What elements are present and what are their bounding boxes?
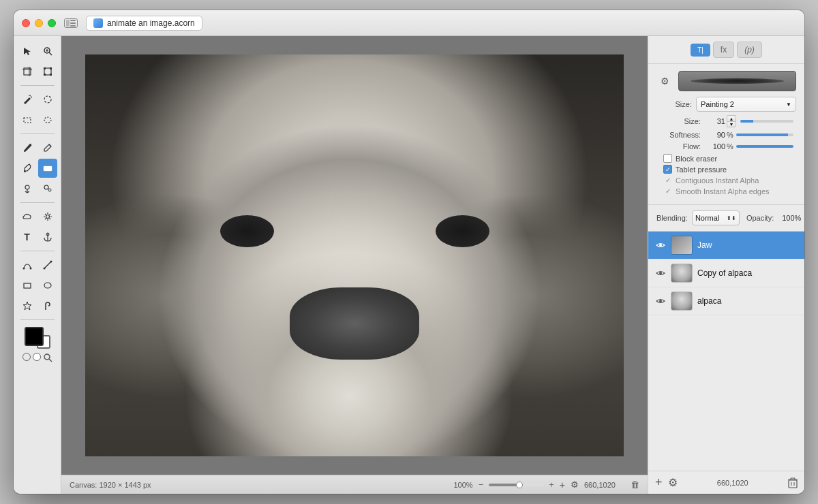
document-icon — [93, 18, 103, 28]
effects-tool[interactable] — [38, 179, 57, 198]
clone-stamp-tool[interactable] — [18, 179, 37, 198]
contiguous-checkbox[interactable]: ✓ — [663, 176, 672, 185]
canvas-image[interactable] — [85, 54, 624, 456]
svg-point-45 — [50, 261, 52, 263]
tool-row-4 — [18, 110, 57, 129]
transform-tool[interactable] — [38, 62, 57, 81]
maximize-button[interactable] — [48, 19, 56, 27]
layer-item-copy-alpaca[interactable]: Copy of alpaca — [648, 259, 804, 287]
color-swatch-area — [22, 327, 52, 364]
layer-eye-alpaca[interactable] — [655, 296, 666, 306]
main-content: T — [14, 36, 804, 494]
tool-row-9: T — [18, 227, 57, 247]
ellipse-shape-tool[interactable] — [38, 276, 57, 295]
delete-layer-button[interactable] — [788, 477, 798, 488]
panel-top-tabs: T| fx (p) — [648, 36, 804, 64]
params-tab-button[interactable]: (p) — [737, 42, 762, 58]
layers-list: Jaw Copy of alpaca — [648, 232, 804, 471]
magic-wand-tool[interactable] — [18, 90, 37, 109]
softness-slider[interactable] — [736, 133, 793, 136]
size-up-button[interactable]: ▲ — [727, 115, 736, 121]
document-tab[interactable]: animate an image.acorn — [86, 16, 202, 31]
anchor-tool[interactable] — [38, 227, 57, 247]
line-tool[interactable] — [38, 255, 57, 274]
block-eraser-checkbox[interactable] — [663, 154, 672, 163]
traffic-lights — [22, 19, 56, 27]
zoom-tool[interactable] — [38, 42, 57, 61]
tool-row-10 — [18, 255, 57, 274]
path-tool[interactable] — [18, 255, 37, 274]
minimize-button[interactable] — [35, 19, 43, 27]
canvas-wrapper[interactable] — [61, 36, 648, 475]
settings-statusbar-icon[interactable]: ⚙ — [571, 479, 579, 490]
flow-slider[interactable] — [736, 145, 793, 148]
svg-rect-3 — [70, 25, 76, 27]
hook-tool[interactable] — [38, 296, 57, 315]
svg-point-52 — [659, 272, 662, 274]
contiguous-label: Contiguous Instant Alpha — [676, 176, 759, 185]
svg-point-20 — [44, 96, 51, 103]
brush-dropdown[interactable]: Painting 2 ▼ — [696, 97, 796, 112]
brush-preview — [678, 71, 796, 91]
sidebar-toggle-button[interactable] — [64, 18, 78, 28]
tool-row-8 — [18, 207, 57, 226]
pencil-tool[interactable] — [38, 138, 57, 157]
layer-thumbnail-jaw — [671, 236, 693, 255]
size-slider[interactable] — [740, 120, 793, 123]
softness-row: Softness: 90 % — [656, 131, 796, 139]
cloud-tool[interactable] — [18, 207, 37, 226]
paintbrush-tool[interactable] — [18, 138, 37, 157]
crop-tool[interactable] — [18, 62, 37, 81]
layer-name-alpaca: alpaca — [697, 296, 798, 306]
rect-marquee-tool[interactable] — [18, 110, 37, 129]
close-button[interactable] — [22, 19, 30, 27]
flow-value: 100 — [705, 142, 725, 151]
brush-dropdown-value: Painting 2 — [701, 100, 734, 108]
smooth-checkbox[interactable]: ✓ — [663, 187, 672, 195]
zoom-plus-icon[interactable]: + — [549, 479, 554, 490]
trash-statusbar-icon[interactable]: 🗑 — [631, 479, 639, 490]
svg-rect-14 — [50, 67, 52, 69]
reset-colors-icon[interactable] — [22, 353, 31, 361]
tool-divider-3 — [20, 202, 55, 203]
tools-tab-button[interactable]: T| — [691, 44, 710, 57]
zoom-slider[interactable] — [489, 484, 543, 486]
svg-line-36 — [49, 219, 50, 220]
zoom-minus-icon[interactable]: − — [479, 479, 484, 490]
tool-row-2 — [18, 62, 57, 81]
add-layer-button[interactable]: + — [655, 475, 663, 490]
arrow-tool[interactable] — [18, 42, 37, 61]
lasso-tool[interactable] — [38, 90, 57, 109]
smooth-row: ✓ Smooth Instant Alpha edges — [656, 187, 796, 195]
blending-select[interactable]: Normal ⬆⬇ — [692, 210, 740, 225]
layer-settings-button[interactable]: ⚙ — [668, 476, 678, 489]
star-tool[interactable] — [18, 296, 37, 315]
tablet-pressure-checkbox[interactable]: ✓ — [663, 165, 672, 174]
layer-eye-copy-alpaca[interactable] — [655, 268, 666, 279]
zoom-tool-small[interactable] — [43, 353, 52, 364]
params-tab-label: (p) — [744, 45, 755, 54]
dropper-tool[interactable] — [18, 159, 37, 178]
blending-label: Blending: — [656, 214, 688, 222]
layer-item-alpaca[interactable]: alpaca — [648, 287, 804, 315]
fx-tab-button[interactable]: fx — [713, 42, 734, 58]
add-layer-statusbar-icon[interactable]: + — [560, 479, 565, 490]
brush-dropdown-arrow: ▼ — [786, 101, 791, 108]
layer-eye-jaw[interactable] — [655, 240, 666, 251]
eraser-tool[interactable] — [38, 159, 57, 178]
foreground-color-swatch[interactable] — [25, 327, 44, 346]
size-row: Size: 31 ▲ ▼ — [656, 115, 796, 127]
rect-shape-tool[interactable] — [18, 276, 37, 295]
size-stepper[interactable]: ▲ ▼ — [727, 115, 736, 127]
layer-item-jaw[interactable]: Jaw — [648, 232, 804, 259]
brush-gear-button[interactable]: ⚙ — [656, 73, 673, 89]
swap-colors-icon[interactable] — [33, 353, 41, 361]
sun-tool[interactable] — [38, 207, 57, 226]
titlebar: animate an image.acorn — [14, 10, 804, 36]
text-tool[interactable]: T — [18, 227, 37, 247]
size-label: Size: — [656, 117, 701, 125]
opacity-label: Opacity: — [746, 214, 774, 222]
tool-divider-2 — [20, 133, 55, 134]
size-down-button[interactable]: ▼ — [727, 121, 736, 127]
ellipse-marquee-tool[interactable] — [38, 110, 57, 129]
